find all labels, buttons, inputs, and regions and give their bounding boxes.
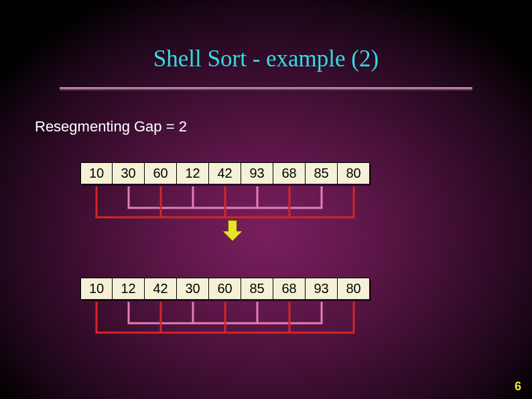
diagram-area: 10 30 60 12 42 93 68 85 80 10 12 42 30 6…: [0, 162, 532, 299]
bracket-group-odd: [129, 302, 322, 323]
page-number: 6: [515, 380, 521, 394]
title-rule: [60, 87, 472, 91]
cell: 80: [338, 162, 370, 184]
cell: 10: [80, 278, 113, 299]
bracket-group-even: [96, 186, 354, 217]
transform-arrow-icon: [223, 220, 242, 241]
bracket-group-even: [96, 302, 354, 333]
group-brackets-before: [80, 184, 389, 223]
subtitle: Resegmenting Gap = 2: [35, 118, 532, 135]
cell: 10: [80, 162, 113, 184]
array-after: 10 12 42 30 60 85 68 93 80: [80, 278, 532, 299]
bracket-group-odd: [129, 186, 322, 208]
cell: 12: [177, 162, 209, 184]
cell: 68: [273, 278, 306, 299]
array-before: 10 30 60 12 42 93 68 85 80: [80, 162, 532, 184]
cell: 12: [113, 278, 145, 299]
cell: 85: [241, 278, 273, 299]
cell: 60: [209, 278, 241, 299]
cell: 42: [209, 162, 241, 184]
cell: 85: [306, 162, 338, 184]
cell: 80: [338, 278, 370, 299]
cell: 68: [273, 162, 306, 184]
cell: 60: [145, 162, 177, 184]
cell: 93: [241, 162, 273, 184]
cell: 42: [145, 278, 177, 299]
cell: 30: [113, 162, 145, 184]
cell: 30: [177, 278, 209, 299]
group-brackets-after: [80, 299, 389, 338]
cell: 93: [306, 278, 338, 299]
page-title: Shell Sort - example (2): [0, 0, 532, 72]
